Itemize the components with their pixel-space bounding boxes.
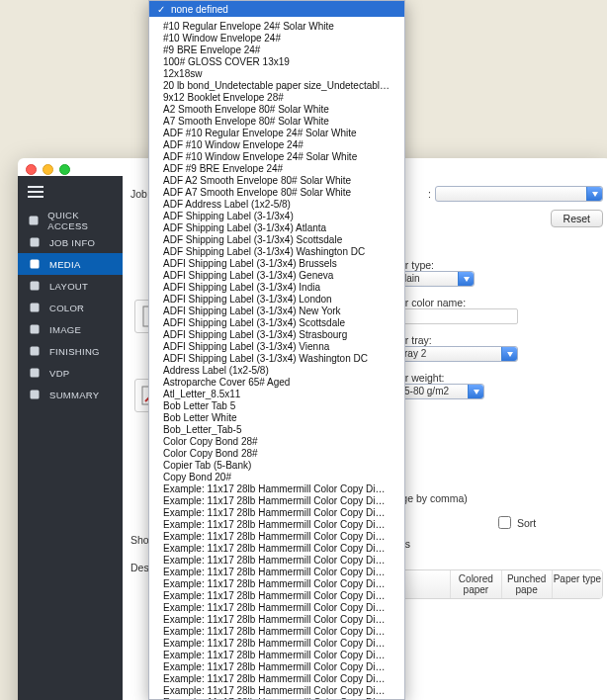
window-controls [26,164,70,175]
sidebar-item-summary[interactable]: SUMMARY [18,384,123,405]
svg-rect-8 [31,391,40,399]
sidebar-item-vdp[interactable]: VDP [18,362,123,384]
sidebar-item-image[interactable]: IMAGE [18,318,123,340]
dropdown-item[interactable]: Copy Bond 20# [149,472,404,483]
right-top-select[interactable] [435,186,603,202]
dropdown-item[interactable]: ADF Address Label (1x2-5/8) [149,199,404,211]
dropdown-item[interactable]: Astroparche Cover 65# Aged [149,377,404,389]
dropdown-item[interactable]: Example: 11x17 28lb Hammermill Color Cop… [149,661,404,673]
dropdown-item[interactable]: ADFI Shipping Label (3-1/3x4) Strasbourg [149,329,404,341]
dropdown-item[interactable]: Example: 11x17 28lb Hammermill Color Cop… [149,626,404,638]
dropdown-item[interactable]: ADF Shipping Label (3-1/3x4) Scottsdale [149,234,404,246]
col-3[interactable]: Punched pape [501,570,552,598]
dropdown-item[interactable]: Example: 11x17 28lb Hammermill Color Cop… [149,650,404,661]
dropdown-item[interactable]: ADFI Shipping Label (3-1/3x4) New York [149,306,404,317]
hamburger-icon[interactable] [28,186,43,200]
dropdown-item[interactable]: ADFI Shipping Label (3-1/3x4) London [149,294,404,306]
job-label: Job: [130,188,150,200]
window-max[interactable] [59,164,70,175]
dropdown-item[interactable]: ADFI Shipping Label (3-1/3x4) India [149,282,404,294]
dropdown-item[interactable]: Example: 11x17 28lb Hammermill Color Cop… [149,531,404,543]
dropdown-item[interactable]: Bob_Letter_Tab-5 [149,424,404,436]
paper-tray-select[interactable]: ray 2 [399,346,518,362]
sidebar-item-label: MEDIA [49,259,81,270]
sidebar-item-quick-access[interactable]: QUICK ACCESS [18,210,123,231]
dropdown-item[interactable]: Example: 11x17 28lb Hammermill Color Cop… [149,578,404,590]
col-4[interactable]: Paper type [552,570,602,598]
sidebar-item-label: JOB INFO [49,237,95,248]
dropdown-item[interactable]: ADFI Shipping Label (3-1/3x4) Scottsdale [149,317,404,329]
sidebar-item-label: LAYOUT [49,281,88,292]
dropdown-item[interactable]: #10 Regular Envelope 24# Solar White [149,21,404,33]
paper-type-select[interactable]: lain [399,271,475,287]
dropdown-item[interactable]: 100# GLOSS COVER 13x19 [149,56,404,68]
window-close[interactable] [26,164,37,175]
paper-color-label: er color name: [399,297,599,308]
colon-tail: : [428,188,431,200]
dropdown-item[interactable]: Example: 11x17 28lb Hammermill Color Cop… [149,507,404,519]
dropdown-item[interactable]: #9 BRE Envelope 24# [149,44,404,56]
dropdown-item[interactable]: Atl_Letter_8.5x11 [149,389,404,400]
dropdown-item[interactable]: Example: 11x17 28lb Hammermill Color Cop… [149,483,404,495]
paper-color-input[interactable] [399,308,518,324]
dropdown-item[interactable]: 12x18sw [149,68,404,80]
finishing-icon [28,344,42,358]
column-headers: Colored paper Punched pape Paper type [399,569,603,599]
dropdown-selected[interactable]: none defined [149,1,404,17]
svg-rect-3 [31,282,40,291]
vdp-icon [28,366,42,380]
sidebar-item-color[interactable]: COLOR [18,297,123,318]
dropdown-item[interactable]: Address Label (1x2-5/8) [149,365,404,377]
dropdown-item[interactable]: ADF Shipping Label (3-1/3x4) Washington … [149,246,404,258]
sidebar-item-layout[interactable]: LAYOUT [18,275,123,297]
dropdown-item[interactable]: #10 Window Envelope 24# [149,33,404,44]
dropdown-item[interactable]: Example: 11x17 28lb Hammermill Color Cop… [149,567,404,578]
dropdown-item[interactable]: Color Copy Bond 28# [149,448,404,460]
dropdown-item[interactable]: Example: 11x17 28lb Hammermill Color Cop… [149,602,404,614]
dropdown-item[interactable]: ADF #10 Window Envelope 24# [149,139,404,151]
dropdown-item[interactable]: Example: 11x17 28lb Hammermill Color Cop… [149,614,404,626]
dropdown-item[interactable]: ADF A2 Smooth Envelope 80# Solar White [149,175,404,187]
dropdown-item[interactable]: Example: 11x17 28lb Hammermill Color Cop… [149,685,404,697]
dropdown-item[interactable]: ADFI Shipping Label (3-1/3x4) Washington… [149,353,404,365]
dropdown-item[interactable]: ADF #10 Regular Envelope 24# Solar White [149,128,404,139]
dropdown-item[interactable]: Copier Tab (5-Bank) [149,460,404,472]
dropdown-item[interactable]: Example: 11x17 28lb Hammermill Color Cop… [149,555,404,567]
dropdown-item[interactable]: Example: 11x17 28lb Hammermill Color Cop… [149,638,404,650]
dropdown-item[interactable]: Example: 11x17 28lb Hammermill Color Cop… [149,590,404,602]
dropdown-selected-label: none defined [171,4,228,15]
dropdown-item[interactable]: Example: 11x17 28lb Hammermill Color Cop… [149,519,404,531]
dropdown-item[interactable]: 20 lb bond_Undetectable paper size_Undet… [149,80,404,92]
sidebar-item-job-info[interactable]: JOB INFO [18,231,123,253]
reset-button[interactable]: Reset [551,210,603,227]
dropdown-item[interactable]: Example: 11x17 28lb Hammermill Color Cop… [149,543,404,555]
dropdown-item[interactable]: ADFI Shipping Label (3-1/3x4) Geneva [149,270,404,282]
dropdown-item[interactable]: Color Copy Bond 28# [149,436,404,448]
sidebar-item-finishing[interactable]: FINISHING [18,340,123,362]
dropdown-item[interactable]: Bob Letter White [149,412,404,424]
dropdown-item[interactable]: Example: 11x17 28lb Hammermill Color Cop… [149,673,404,685]
dropdown-item[interactable]: ADF #10 Window Envelope 24# Solar White [149,151,404,163]
dropdown-item[interactable]: Bob Letter Tab 5 [149,400,404,412]
sort-checkbox[interactable] [498,516,511,529]
col-1[interactable] [400,570,450,598]
col-2[interactable]: Colored paper [450,570,500,598]
dropdown-item[interactable]: ADF A7 Smooth Envelope 80# Solar White [149,187,404,199]
window-min[interactable] [43,164,53,175]
color-icon [28,301,42,314]
check-icon [157,4,165,15]
dropdown-item[interactable]: A7 Smooth Envelope 80# Solar White [149,116,404,128]
paper-tray-label: er tray: [399,334,599,346]
dropdown-item[interactable]: ADF Shipping Label (3-1/3x4) [149,211,404,222]
paper-weight-select[interactable]: 5-80 g/m2 [399,384,484,399]
dropdown-item[interactable]: ADF Shipping Label (3-1/3x4) Atlanta [149,222,404,234]
sidebar-item-media[interactable]: MEDIA [18,253,123,275]
sidebar-item-label: QUICK ACCESS [47,210,113,231]
dropdown-item[interactable]: 9x12 Booklet Envelope 28# [149,92,404,104]
dropdown-item[interactable]: ADF #9 BRE Envelope 24# [149,163,404,175]
dropdown-item[interactable]: ADFI Shipping Label (3-1/3x4) Brussels [149,258,404,270]
dropdown-item[interactable]: A2 Smooth Envelope 80# Solar White [149,104,404,116]
dropdown-item[interactable]: ADFI Shipping Label (3-1/3x4) Vienna [149,341,404,353]
paper-catalog-dropdown[interactable]: none defined #10 Regular Envelope 24# So… [148,0,405,700]
dropdown-item[interactable]: Example: 11x17 28lb Hammermill Color Cop… [149,495,404,507]
